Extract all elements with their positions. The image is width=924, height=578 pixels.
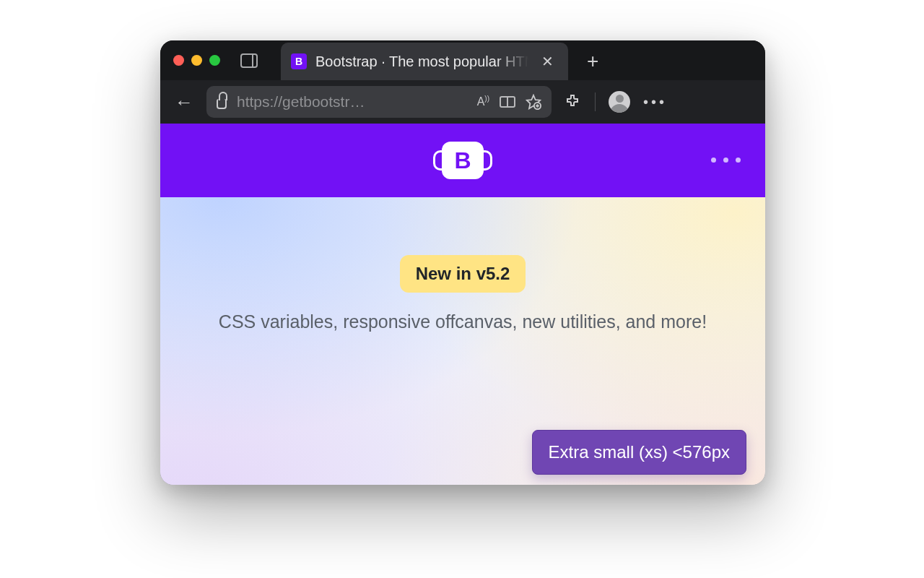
hero-subtitle: CSS variables, responsive offcanvas, new… [219, 311, 707, 332]
address-bar[interactable]: https://getbootstr… A)) [206, 86, 552, 118]
tab-overview-icon[interactable] [240, 53, 258, 68]
maximize-window-button[interactable] [209, 55, 220, 66]
lock-icon [217, 99, 227, 109]
favicon-bootstrap-icon: B [291, 53, 307, 69]
close-tab-button[interactable]: ✕ [537, 51, 558, 72]
page-content: B New in v5.2 CSS variables, responsive … [160, 124, 765, 485]
browser-tab-active[interactable]: B Bootstrap · The most popular HTML, CSS… [281, 43, 568, 80]
url-text: https://getbootstr… [237, 93, 467, 111]
browser-window: B Bootstrap · The most popular HTML, CSS… [160, 40, 765, 485]
tab-title: Bootstrap · The most popular HTML, CSS, … [315, 53, 528, 70]
profile-avatar-icon[interactable] [609, 91, 630, 113]
close-window-button[interactable] [173, 55, 184, 66]
read-aloud-icon[interactable]: A)) [477, 95, 489, 108]
back-button[interactable]: ← [175, 91, 193, 113]
immersive-reader-icon[interactable] [500, 96, 515, 108]
extensions-icon[interactable] [565, 93, 582, 111]
navbar-menu-button[interactable] [711, 158, 741, 163]
minimize-window-button[interactable] [191, 55, 202, 66]
toolbar-separator [595, 92, 596, 111]
site-navbar: B [160, 124, 765, 197]
favorites-icon[interactable] [526, 94, 541, 110]
new-version-pill[interactable]: New in v5.2 [400, 255, 526, 293]
browser-menu-button[interactable]: ••• [643, 94, 667, 111]
titlebar: B Bootstrap · The most popular HTML, CSS… [160, 40, 765, 80]
hero-section: New in v5.2 CSS variables, responsive of… [160, 197, 765, 485]
browser-toolbar: ← https://getbootstr… A)) ••• [160, 80, 765, 124]
bootstrap-logo-icon[interactable]: B [442, 142, 484, 179]
bootstrap-logo-letter: B [454, 147, 471, 174]
breakpoint-tooltip: Extra small (xs) <576px [532, 430, 746, 475]
new-tab-button[interactable]: + [578, 51, 607, 72]
window-controls [173, 55, 220, 66]
